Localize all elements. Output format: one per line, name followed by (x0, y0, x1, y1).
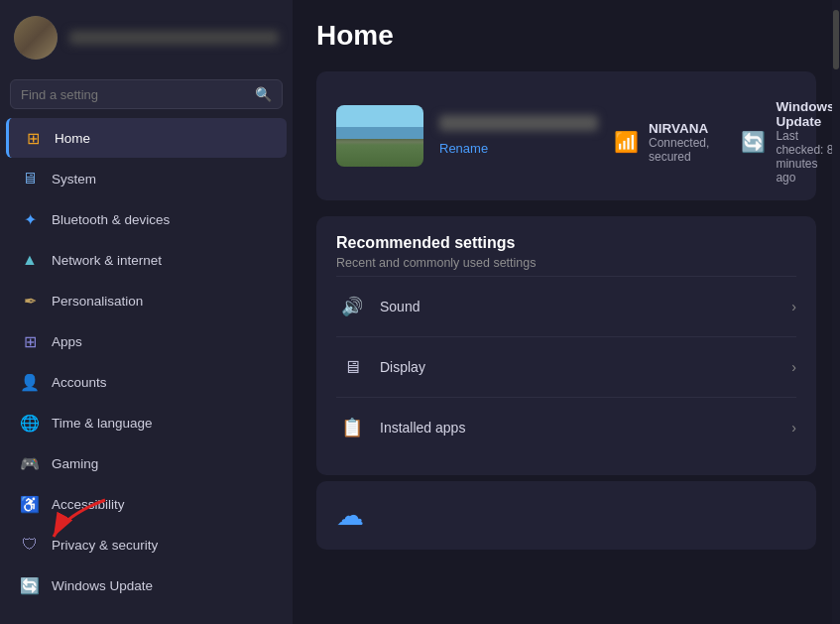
sidebar-item-personalisation[interactable]: ✒ Personalisation (6, 281, 287, 320)
sidebar: 🔍 ⊞ Home 🖥 System ✦ Bluetooth & devices … (0, 0, 293, 624)
update-status: 🔄 Windows Update Last checked: 8 minutes… (741, 99, 834, 185)
profile-card: Rename 📶 NIRVANA Connected, secured 🔄 Wi… (316, 71, 816, 200)
sidebar-item-label: Accounts (52, 375, 107, 390)
search-box[interactable]: 🔍 (10, 79, 283, 109)
settings-list: 🔊 Sound › 🖥 Display › 📋 Installed apps › (336, 276, 796, 457)
sidebar-item-system[interactable]: 🖥 System (6, 159, 287, 198)
accounts-icon: 👤 (20, 372, 40, 392)
wifi-icon: 📶 (614, 130, 639, 154)
user-name-blur (69, 31, 279, 45)
cloud-section[interactable]: ☁ (316, 481, 816, 550)
sidebar-item-label: Apps (52, 334, 82, 349)
home-icon: ⊞ (23, 128, 43, 148)
sidebar-item-label: Network & internet (52, 253, 162, 268)
chevron-right-icon: › (791, 420, 796, 436)
windows-update-icon: 🔄 (741, 130, 766, 154)
settings-item-label: Sound (380, 299, 791, 314)
avatar[interactable] (14, 16, 58, 60)
search-input[interactable] (21, 87, 247, 102)
time-icon: 🌐 (20, 413, 40, 433)
sidebar-item-label: Bluetooth & devices (52, 212, 170, 227)
sidebar-item-apps[interactable]: ⊞ Apps (6, 321, 287, 361)
accessibility-icon: ♿ (20, 494, 40, 514)
sidebar-item-label: Personalisation (52, 294, 143, 309)
recommended-title: Recommended settings (336, 234, 796, 252)
profile-name-blur (439, 115, 598, 131)
status-row: 📶 NIRVANA Connected, secured 🔄 Windows U… (614, 99, 835, 185)
settings-item-sound[interactable]: 🔊 Sound › (336, 276, 796, 336)
lake-scene-image (336, 105, 423, 167)
wifi-text-group: NIRVANA Connected, secured (649, 121, 709, 164)
update-status-text: Last checked: 8 minutes ago (776, 129, 834, 185)
personalisation-icon: ✒ (20, 291, 40, 311)
sidebar-item-network[interactable]: ▲ Network & internet (6, 240, 287, 280)
privacy-icon: 🛡 (20, 535, 40, 555)
sidebar-item-home[interactable]: ⊞ Home (6, 118, 287, 158)
user-profile (0, 0, 293, 75)
sidebar-item-label: System (52, 172, 96, 187)
settings-item-label: Display (380, 359, 791, 375)
profile-info: Rename (439, 115, 598, 157)
scrollbar-thumb[interactable] (833, 10, 839, 69)
sidebar-item-label: Privacy & security (52, 538, 158, 553)
page-title: Home (316, 20, 816, 52)
sidebar-item-gaming[interactable]: 🎮 Gaming (6, 443, 287, 483)
settings-item-display[interactable]: 🖥 Display › (336, 336, 796, 397)
chevron-right-icon: › (791, 299, 796, 314)
rename-link[interactable]: Rename (439, 141, 488, 156)
sidebar-item-accounts[interactable]: 👤 Accounts (6, 362, 287, 402)
sidebar-item-label: Home (55, 131, 90, 146)
sidebar-nav: ⊞ Home 🖥 System ✦ Bluetooth & devices ▲ … (0, 117, 293, 606)
profile-image (336, 105, 423, 167)
sidebar-item-update[interactable]: 🔄 Windows Update (6, 565, 287, 605)
sidebar-item-privacy[interactable]: 🛡 Privacy & security (6, 525, 287, 564)
scrollbar-track[interactable] (832, 0, 840, 624)
network-icon: ▲ (20, 250, 40, 270)
recommended-settings-card: Recommended settings Recent and commonly… (316, 216, 816, 475)
update-title: Windows Update (776, 99, 834, 129)
wifi-status-text: Connected, secured (649, 136, 709, 164)
sidebar-item-label: Gaming (52, 456, 98, 471)
sidebar-item-accessibility[interactable]: ♿ Accessibility (6, 484, 287, 524)
wifi-title: NIRVANA (649, 121, 709, 136)
installed-apps-icon: 📋 (336, 412, 368, 443)
sidebar-item-time[interactable]: 🌐 Time & language (6, 403, 287, 442)
update-text-group: Windows Update Last checked: 8 minutes a… (776, 99, 834, 185)
apps-icon: ⊞ (20, 331, 40, 351)
sidebar-item-bluetooth[interactable]: ✦ Bluetooth & devices (6, 199, 287, 239)
search-icon: 🔍 (255, 86, 272, 102)
settings-item-installed-apps[interactable]: 📋 Installed apps › (336, 397, 796, 457)
display-icon: 🖥 (336, 351, 368, 383)
sidebar-item-label: Accessibility (52, 497, 125, 512)
sound-icon: 🔊 (336, 291, 368, 322)
system-icon: 🖥 (20, 169, 40, 188)
main-content: Home Rename 📶 NIRVANA Connected, secured… (293, 0, 840, 624)
bluetooth-icon: ✦ (20, 209, 40, 229)
chevron-right-icon: › (791, 359, 796, 375)
gaming-icon: 🎮 (20, 453, 40, 473)
wifi-status: 📶 NIRVANA Connected, secured (614, 99, 709, 185)
recommended-subtitle: Recent and commonly used settings (336, 256, 796, 270)
sidebar-item-label: Windows Update (52, 578, 153, 593)
settings-item-label: Installed apps (380, 420, 791, 436)
cloud-icon: ☁ (336, 499, 364, 532)
sidebar-item-label: Time & language (52, 416, 153, 431)
update-icon: 🔄 (20, 575, 40, 595)
